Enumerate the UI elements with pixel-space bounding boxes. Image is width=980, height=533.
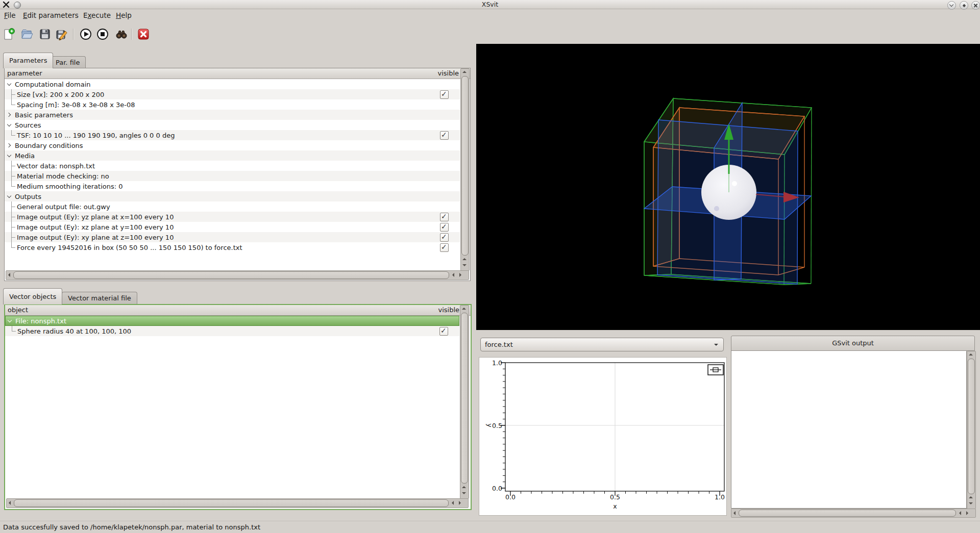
scroll-left-icon[interactable] — [733, 511, 736, 515]
gsvit-output-title: GSvit output — [832, 339, 874, 347]
visible-checkbox[interactable] — [440, 233, 449, 242]
scrollbar-thumb[interactable] — [13, 271, 449, 279]
scroll-right-icon[interactable] — [966, 511, 968, 515]
scrollbar-thumb[interactable] — [14, 499, 449, 507]
column-parameter[interactable]: parameter — [5, 69, 42, 77]
expander-icon[interactable] — [7, 317, 13, 324]
tree-row-label: Sources — [15, 121, 41, 129]
tab-par-file[interactable]: Par. file — [50, 56, 86, 68]
scroll-left-icon[interactable] — [8, 273, 10, 277]
save-file-button[interactable] — [38, 28, 52, 41]
parameters-vscrollbar[interactable] — [460, 68, 470, 271]
tree-row[interactable]: Boundary conditions — [5, 140, 460, 150]
expander-icon[interactable] — [6, 81, 12, 88]
tree-row[interactable]: Outputs — [5, 191, 460, 201]
tree-row[interactable]: Force every 19452016 in box (50 50 50 ..… — [5, 242, 460, 252]
scroll-up-icon[interactable] — [462, 486, 466, 488]
titlebar[interactable]: XSvit — [0, 0, 980, 9]
column-visible[interactable]: visible — [437, 68, 459, 79]
save-as-button[interactable] — [55, 28, 68, 41]
find-button[interactable] — [115, 28, 128, 41]
toolbar-separator — [131, 29, 132, 40]
visible-checkbox[interactable] — [440, 90, 449, 99]
stop-button[interactable] — [96, 28, 109, 41]
scroll-down-icon[interactable] — [969, 502, 973, 504]
graph-panel[interactable]: 1.0 0.5 0.0 0.0 0.5 1.0 x y — [479, 357, 727, 516]
scrollbar-thumb[interactable] — [968, 359, 975, 494]
scroll-up-icon[interactable] — [969, 496, 973, 498]
tree-row[interactable]: Image output (Ey): xy plane at z=100 eve… — [5, 232, 460, 242]
expander-icon[interactable] — [6, 121, 12, 129]
scroll-right-icon[interactable] — [459, 273, 461, 277]
3d-viewport[interactable] — [476, 44, 980, 330]
parameters-tree: Computational domain Size [vx]: 200 x 20… — [5, 79, 460, 252]
ytick-1: 1.0 — [492, 359, 502, 367]
gsvit-output-console[interactable] — [731, 350, 967, 509]
tree-row[interactable]: TSF: 10 10 10 ... 190 190 190, angles 0 … — [5, 130, 460, 140]
scroll-right-icon[interactable] — [459, 501, 461, 505]
expander-icon[interactable] — [6, 142, 12, 149]
output-hscrollbar[interactable] — [731, 509, 976, 518]
menu-item[interactable]: File — [4, 9, 16, 22]
tree-connector — [10, 222, 16, 232]
tree-column-header[interactable]: parameter visible — [5, 68, 470, 79]
menu-item[interactable]: Edit parameters — [23, 9, 79, 22]
parameters-hscrollbar[interactable] — [6, 270, 469, 280]
tree-column-header[interactable]: object visible — [5, 305, 471, 316]
tree-row[interactable]: Spacing [m]: 3e-08 x 3e-08 x 3e-08 — [5, 99, 460, 110]
parameters-panel: parameter visible Computational domain S… — [4, 68, 471, 281]
menu-item[interactable]: Execute — [83, 9, 111, 22]
run-button[interactable] — [79, 28, 92, 41]
scroll-up-icon[interactable] — [969, 353, 973, 356]
scrollbar-thumb[interactable] — [461, 76, 469, 256]
scroll-up-icon[interactable] — [462, 71, 467, 73]
tree-row[interactable]: Sources — [5, 120, 460, 130]
tree-row-label: Image output (Ey): xy plane at z=100 eve… — [17, 234, 174, 241]
visible-checkbox[interactable] — [440, 131, 449, 140]
tree-row[interactable]: Computational domain — [5, 79, 460, 89]
visible-checkbox[interactable] — [440, 213, 449, 221]
column-visible[interactable]: visible — [438, 305, 459, 315]
visible-checkbox[interactable] — [440, 243, 449, 252]
vector-objects-hscrollbar[interactable] — [6, 498, 469, 508]
tab-vector-material-file[interactable]: Vector material file — [62, 292, 137, 304]
tab-parameters[interactable]: Parameters — [3, 53, 53, 68]
tree-row[interactable]: Material mode checking: no — [5, 171, 460, 181]
visible-checkbox[interactable] — [439, 327, 448, 336]
tree-row[interactable]: Basic parameters — [5, 110, 460, 120]
tree-row[interactable]: Vector data: nonsph.txt — [5, 161, 460, 171]
tree-row[interactable]: Size [vx]: 200 x 200 x 200 — [5, 89, 460, 99]
tab-vector-objects[interactable]: Vector objects — [3, 288, 62, 304]
expander-icon[interactable] — [6, 152, 12, 159]
output-vscrollbar[interactable] — [967, 351, 976, 509]
scroll-up-icon[interactable] — [462, 258, 467, 260]
graph-source-select[interactable]: force.txt — [480, 338, 724, 351]
expander-icon[interactable] — [6, 193, 12, 200]
column-object[interactable]: object — [5, 306, 28, 314]
scroll-down-icon[interactable] — [462, 264, 467, 266]
vector-objects-vscrollbar[interactable] — [460, 305, 469, 499]
visible-checkbox[interactable] — [440, 223, 449, 232]
new-file-button[interactable] — [2, 28, 15, 41]
tree-row-label: TSF: 10 10 10 ... 190 190 190, angles 0 … — [17, 132, 175, 139]
scroll-down-icon[interactable] — [462, 492, 466, 494]
tree-row[interactable]: Image output (Ey): xz plane at y=100 eve… — [5, 222, 460, 232]
tree-row[interactable]: Medium smoothing iterations: 0 — [5, 181, 460, 191]
tree-row[interactable]: File: nonsph.txt — [5, 316, 459, 326]
scrollbar-thumb[interactable] — [739, 510, 956, 517]
open-file-button[interactable] — [20, 28, 33, 41]
tree-row[interactable]: General output file: out.gwy — [5, 201, 460, 212]
scroll-up-icon[interactable] — [462, 308, 466, 310]
scroll-left-icon[interactable] — [452, 501, 454, 505]
scroll-left-icon[interactable] — [452, 273, 454, 277]
scrollbar-thumb[interactable] — [461, 313, 468, 484]
expander-icon[interactable] — [6, 111, 12, 118]
tree-row[interactable]: Sphere radius 40 at 100, 100, 100 — [5, 326, 459, 336]
graph-key-icon[interactable] — [708, 365, 723, 375]
scroll-left-icon[interactable] — [959, 511, 961, 515]
menu-item[interactable]: Help — [116, 9, 132, 22]
tree-row[interactable]: Media — [5, 150, 460, 161]
tree-row[interactable]: Image output (Ey): yz plane at x=100 eve… — [5, 212, 460, 222]
quit-button[interactable] — [137, 28, 150, 41]
scroll-left-icon[interactable] — [9, 501, 11, 505]
